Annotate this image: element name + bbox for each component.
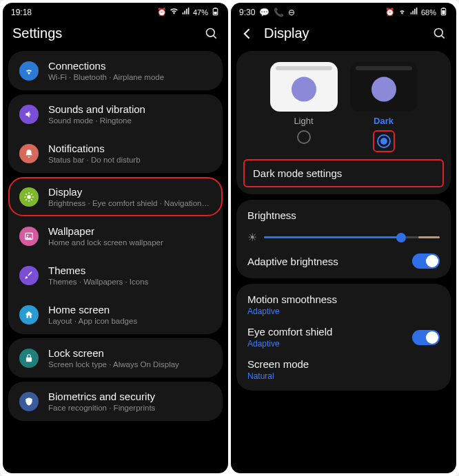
item-connections[interactable]: Connections Wi-Fi · Bluetooth · Airplane… <box>8 51 223 90</box>
wifi-icon <box>398 7 407 17</box>
svg-rect-2 <box>214 12 216 14</box>
sun-icon <box>19 187 39 207</box>
svg-rect-1 <box>214 8 216 8</box>
item-sub: Face recognition · Fingerprints <box>48 404 212 412</box>
status-time: 9:30 <box>239 8 255 17</box>
dark-mode-settings-label: Dark mode settings <box>253 167 342 179</box>
item-sub: Layout · App icon badges <box>48 317 212 325</box>
svg-line-12 <box>26 199 26 200</box>
svg-point-20 <box>435 28 443 37</box>
theme-mode-panel: Light Dark Dark mode settings <box>236 51 451 194</box>
svg-line-4 <box>214 35 216 38</box>
item-title: Notifications <box>48 143 212 154</box>
radio-light[interactable] <box>297 130 311 144</box>
battery-icon <box>439 7 448 17</box>
svg-rect-16 <box>26 357 32 361</box>
shield-icon <box>19 392 39 411</box>
chat-icon: 💬 <box>259 8 269 17</box>
brightness-label: Brightness <box>247 209 440 221</box>
eye-comfort-toggle[interactable] <box>412 330 440 345</box>
item-biometrics[interactable]: Biometrics and security Face recognition… <box>8 382 223 421</box>
bell-icon <box>19 144 39 163</box>
svg-line-13 <box>31 194 32 194</box>
lock-icon <box>19 349 39 368</box>
settings-screen: 19:18 ⏰ 47% Settings <box>3 3 228 473</box>
svg-point-3 <box>207 28 215 37</box>
status-time: 19:18 <box>11 8 32 17</box>
battery-percent: 68% <box>421 8 436 17</box>
titlebar: Settings <box>3 19 228 51</box>
status-bar: 9:30 💬 📞 ⊖ ⏰ 68% <box>231 3 456 19</box>
alarm-icon: ⏰ <box>385 8 395 17</box>
item-title: Connections <box>48 60 212 72</box>
svg-point-15 <box>27 234 28 236</box>
page-title: Display <box>264 25 423 41</box>
svg-rect-19 <box>442 10 445 14</box>
brightness-slider[interactable] <box>264 236 440 238</box>
item-title: Wallpaper <box>48 225 212 237</box>
brush-icon <box>19 266 39 285</box>
motion-smoothness-row[interactable]: Motion smoothness Adaptive <box>247 293 440 316</box>
screen-mode-title: Screen mode <box>247 358 440 370</box>
battery-icon <box>211 7 220 17</box>
item-themes[interactable]: Themes Themes · Wallpapers · Icons <box>8 256 223 295</box>
battery-percent: 47% <box>193 8 208 17</box>
titlebar: Display <box>231 19 456 51</box>
item-title: Sounds and vibration <box>48 103 212 115</box>
speaker-icon <box>19 105 39 124</box>
back-button[interactable] <box>241 27 254 41</box>
screen-mode-sub: Natural <box>247 371 440 381</box>
alarm-icon: ⏰ <box>157 8 167 17</box>
svg-rect-18 <box>442 8 445 8</box>
display-options-section: Motion smoothness Adaptive Eye comfort s… <box>236 284 451 391</box>
dnd-icon: ⊖ <box>288 8 295 17</box>
phone-icon: 📞 <box>274 8 284 17</box>
mode-label: Light <box>294 116 313 126</box>
home-icon <box>19 305 39 324</box>
mode-light[interactable]: Light <box>270 62 338 152</box>
item-sub: Status bar · Do not disturb <box>48 156 212 164</box>
radio-dark[interactable] <box>377 134 391 148</box>
search-button[interactable] <box>433 27 447 41</box>
item-wallpaper[interactable]: Wallpaper Home and lock screen wallpaper <box>8 216 223 256</box>
adaptive-brightness-label: Adaptive brightness <box>247 256 412 267</box>
mode-label: Dark <box>374 116 394 126</box>
eye-title: Eye comfort shield <box>247 326 412 338</box>
status-bar: 19:18 ⏰ 47% <box>3 3 228 19</box>
adaptive-brightness-toggle[interactable] <box>412 253 440 269</box>
item-notifications[interactable]: Notifications Status bar · Do not distur… <box>8 134 223 173</box>
display-screen: 9:30 💬 📞 ⊖ ⏰ 68% <box>231 3 456 473</box>
item-lock-screen[interactable]: Lock screen Screen lock type · Always On… <box>8 338 223 377</box>
motion-sub: Adaptive <box>247 307 440 316</box>
mode-dark[interactable]: Dark <box>350 62 418 152</box>
dark-mode-settings-row[interactable]: Dark mode settings <box>243 159 444 187</box>
item-sounds[interactable]: Sounds and vibration Sound mode · Ringto… <box>8 94 223 134</box>
item-title: Themes <box>48 265 212 276</box>
item-sub: Brightness · Eye comfort shield · Naviga… <box>48 199 212 207</box>
light-preview-icon <box>270 62 338 112</box>
brightness-section: Brightness ☀ Adaptive brightness <box>236 200 451 278</box>
svg-point-5 <box>27 195 30 198</box>
item-home-screen[interactable]: Home screen Layout · App icon badges <box>8 295 223 334</box>
item-sub: Home and lock screen wallpaper <box>48 238 212 247</box>
wifi-icon <box>19 61 39 81</box>
sun-icon: ☀ <box>247 231 257 244</box>
item-sub: Themes · Wallpapers · Icons <box>48 278 212 286</box>
status-right: ⏰ 47% <box>157 7 220 17</box>
item-title: Display <box>48 186 212 198</box>
screen-mode-row[interactable]: Screen mode Natural <box>247 358 440 381</box>
image-icon <box>19 227 39 246</box>
svg-line-10 <box>26 194 26 194</box>
item-title: Lock screen <box>48 347 212 359</box>
adaptive-brightness-row[interactable]: Adaptive brightness <box>247 253 440 269</box>
eye-comfort-row[interactable]: Eye comfort shield Adaptive <box>247 326 440 349</box>
status-right: ⏰ 68% <box>385 7 448 17</box>
item-sub: Sound mode · Ringtone <box>48 116 212 125</box>
item-sub: Wi-Fi · Bluetooth · Airplane mode <box>48 73 212 81</box>
search-button[interactable] <box>205 27 218 41</box>
item-title: Home screen <box>48 304 212 315</box>
svg-line-11 <box>31 199 32 200</box>
item-display[interactable]: Display Brightness · Eye comfort shield … <box>8 177 223 216</box>
signal-icon <box>181 7 190 17</box>
item-sub: Screen lock type · Always On Display <box>48 360 212 369</box>
